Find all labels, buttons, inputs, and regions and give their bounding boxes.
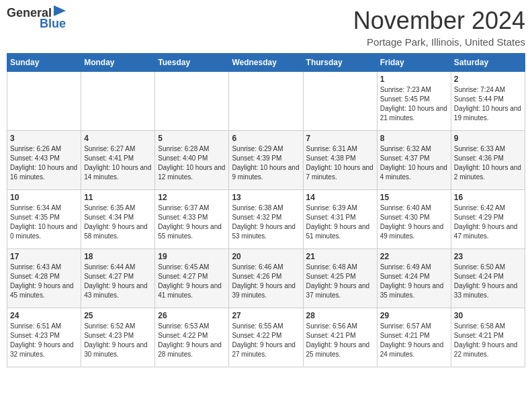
calendar-body: 1Sunrise: 7:23 AM Sunset: 5:45 PM Daylig…: [7, 72, 525, 367]
calendar-cell: 30Sunrise: 6:58 AM Sunset: 4:21 PM Dayli…: [451, 308, 525, 367]
calendar-cell: 19Sunrise: 6:45 AM Sunset: 4:27 PM Dayli…: [155, 249, 229, 308]
day-number: 7: [306, 134, 374, 143]
day-info: Sunrise: 6:34 AM Sunset: 4:35 PM Dayligh…: [10, 203, 78, 241]
calendar-cell: [7, 72, 81, 131]
day-number: 27: [232, 311, 300, 320]
day-number: 9: [454, 134, 522, 143]
day-number: 19: [158, 252, 226, 261]
calendar-cell: 15Sunrise: 6:40 AM Sunset: 4:30 PM Dayli…: [377, 190, 451, 249]
calendar-cell: 18Sunrise: 6:44 AM Sunset: 4:27 PM Dayli…: [81, 249, 155, 308]
calendar-cell: 28Sunrise: 6:56 AM Sunset: 4:21 PM Dayli…: [303, 308, 377, 367]
day-number: 24: [10, 311, 78, 320]
svg-marker-0: [54, 5, 66, 16]
day-number: 1: [380, 75, 448, 84]
calendar-header: SundayMondayTuesdayWednesdayThursdayFrid…: [7, 54, 525, 72]
calendar-cell: 21Sunrise: 6:48 AM Sunset: 4:25 PM Dayli…: [303, 249, 377, 308]
calendar-cell: [229, 72, 303, 131]
day-info: Sunrise: 6:44 AM Sunset: 4:27 PM Dayligh…: [84, 263, 152, 300]
logo: General Blue: [7, 7, 66, 31]
day-number: 11: [84, 193, 152, 202]
day-number: 29: [380, 311, 448, 320]
calendar-cell: 12Sunrise: 6:37 AM Sunset: 4:33 PM Dayli…: [155, 190, 229, 249]
calendar-cell: 16Sunrise: 6:42 AM Sunset: 4:29 PM Dayli…: [451, 190, 525, 249]
day-number: 30: [454, 311, 522, 320]
calendar-cell: 25Sunrise: 6:52 AM Sunset: 4:23 PM Dayli…: [81, 308, 155, 367]
calendar-table: SundayMondayTuesdayWednesdayThursdayFrid…: [7, 53, 525, 367]
calendar-cell: 17Sunrise: 6:43 AM Sunset: 4:28 PM Dayli…: [7, 249, 81, 308]
day-number: 23: [454, 252, 522, 261]
calendar-cell: 29Sunrise: 6:57 AM Sunset: 4:21 PM Dayli…: [377, 308, 451, 367]
logo-blue: Blue: [40, 17, 66, 31]
day-number: 15: [380, 193, 448, 202]
header-row: SundayMondayTuesdayWednesdayThursdayFrid…: [7, 54, 525, 72]
location: Portage Park, Illinois, United States: [353, 36, 525, 48]
day-info: Sunrise: 6:35 AM Sunset: 4:34 PM Dayligh…: [84, 203, 152, 241]
calendar-cell: [303, 72, 377, 131]
header-day-wednesday: Wednesday: [229, 54, 303, 72]
day-info: Sunrise: 6:51 AM Sunset: 4:23 PM Dayligh…: [10, 322, 78, 359]
page-header: General Blue November 2024 Portage Park,…: [7, 7, 525, 48]
day-info: Sunrise: 7:23 AM Sunset: 5:45 PM Dayligh…: [380, 85, 448, 123]
day-number: 3: [10, 134, 78, 143]
day-info: Sunrise: 6:58 AM Sunset: 4:21 PM Dayligh…: [454, 322, 522, 359]
day-info: Sunrise: 6:31 AM Sunset: 4:38 PM Dayligh…: [306, 144, 374, 182]
week-row-2: 3Sunrise: 6:26 AM Sunset: 4:43 PM Daylig…: [7, 131, 525, 190]
calendar-cell: 10Sunrise: 6:34 AM Sunset: 4:35 PM Dayli…: [7, 190, 81, 249]
day-info: Sunrise: 6:53 AM Sunset: 4:22 PM Dayligh…: [158, 322, 226, 359]
day-info: Sunrise: 6:39 AM Sunset: 4:31 PM Dayligh…: [306, 203, 374, 241]
calendar-cell: 9Sunrise: 6:33 AM Sunset: 4:36 PM Daylig…: [451, 131, 525, 190]
calendar-cell: 24Sunrise: 6:51 AM Sunset: 4:23 PM Dayli…: [7, 308, 81, 367]
week-row-4: 17Sunrise: 6:43 AM Sunset: 4:28 PM Dayli…: [7, 249, 525, 308]
title-block: November 2024 Portage Park, Illinois, Un…: [353, 7, 525, 48]
calendar-cell: 8Sunrise: 6:32 AM Sunset: 4:37 PM Daylig…: [377, 131, 451, 190]
day-info: Sunrise: 6:27 AM Sunset: 4:41 PM Dayligh…: [84, 144, 152, 182]
calendar-cell: 7Sunrise: 6:31 AM Sunset: 4:38 PM Daylig…: [303, 131, 377, 190]
calendar-cell: 27Sunrise: 6:55 AM Sunset: 4:22 PM Dayli…: [229, 308, 303, 367]
header-day-thursday: Thursday: [303, 54, 377, 72]
calendar-cell: 2Sunrise: 7:24 AM Sunset: 5:44 PM Daylig…: [451, 72, 525, 131]
day-number: 16: [454, 193, 522, 202]
month-title: November 2024: [353, 7, 525, 35]
day-number: 8: [380, 134, 448, 143]
day-number: 6: [232, 134, 300, 143]
calendar-cell: 26Sunrise: 6:53 AM Sunset: 4:22 PM Dayli…: [155, 308, 229, 367]
day-info: Sunrise: 6:50 AM Sunset: 4:24 PM Dayligh…: [454, 263, 522, 300]
day-info: Sunrise: 6:56 AM Sunset: 4:21 PM Dayligh…: [306, 322, 374, 359]
day-info: Sunrise: 6:29 AM Sunset: 4:39 PM Dayligh…: [232, 144, 300, 182]
day-info: Sunrise: 6:43 AM Sunset: 4:28 PM Dayligh…: [10, 263, 78, 300]
day-number: 26: [158, 311, 226, 320]
day-info: Sunrise: 7:24 AM Sunset: 5:44 PM Dayligh…: [454, 85, 522, 123]
day-info: Sunrise: 6:33 AM Sunset: 4:36 PM Dayligh…: [454, 144, 522, 182]
header-day-saturday: Saturday: [451, 54, 525, 72]
day-number: 28: [306, 311, 374, 320]
day-info: Sunrise: 6:37 AM Sunset: 4:33 PM Dayligh…: [158, 203, 226, 241]
calendar-cell: 5Sunrise: 6:28 AM Sunset: 4:40 PM Daylig…: [155, 131, 229, 190]
week-row-1: 1Sunrise: 7:23 AM Sunset: 5:45 PM Daylig…: [7, 72, 525, 131]
day-number: 22: [380, 252, 448, 261]
day-number: 20: [232, 252, 300, 261]
calendar-cell: 23Sunrise: 6:50 AM Sunset: 4:24 PM Dayli…: [451, 249, 525, 308]
day-number: 25: [84, 311, 152, 320]
day-number: 12: [158, 193, 226, 202]
day-number: 18: [84, 252, 152, 261]
day-info: Sunrise: 6:55 AM Sunset: 4:22 PM Dayligh…: [232, 322, 300, 359]
day-info: Sunrise: 6:42 AM Sunset: 4:29 PM Dayligh…: [454, 203, 522, 241]
day-number: 10: [10, 193, 78, 202]
calendar-cell: 3Sunrise: 6:26 AM Sunset: 4:43 PM Daylig…: [7, 131, 81, 190]
day-number: 17: [10, 252, 78, 261]
day-info: Sunrise: 6:28 AM Sunset: 4:40 PM Dayligh…: [158, 144, 226, 182]
calendar-cell: 14Sunrise: 6:39 AM Sunset: 4:31 PM Dayli…: [303, 190, 377, 249]
day-number: 2: [454, 75, 522, 84]
day-info: Sunrise: 6:45 AM Sunset: 4:27 PM Dayligh…: [158, 263, 226, 300]
calendar-cell: 22Sunrise: 6:49 AM Sunset: 4:24 PM Dayli…: [377, 249, 451, 308]
calendar-cell: 4Sunrise: 6:27 AM Sunset: 4:41 PM Daylig…: [81, 131, 155, 190]
day-number: 21: [306, 252, 374, 261]
calendar-cell: 11Sunrise: 6:35 AM Sunset: 4:34 PM Dayli…: [81, 190, 155, 249]
day-number: 5: [158, 134, 226, 143]
day-info: Sunrise: 6:26 AM Sunset: 4:43 PM Dayligh…: [10, 144, 78, 182]
day-info: Sunrise: 6:52 AM Sunset: 4:23 PM Dayligh…: [84, 322, 152, 359]
week-row-5: 24Sunrise: 6:51 AM Sunset: 4:23 PM Dayli…: [7, 308, 525, 367]
day-info: Sunrise: 6:38 AM Sunset: 4:32 PM Dayligh…: [232, 203, 300, 241]
calendar-cell: 13Sunrise: 6:38 AM Sunset: 4:32 PM Dayli…: [229, 190, 303, 249]
calendar-cell: [81, 72, 155, 131]
